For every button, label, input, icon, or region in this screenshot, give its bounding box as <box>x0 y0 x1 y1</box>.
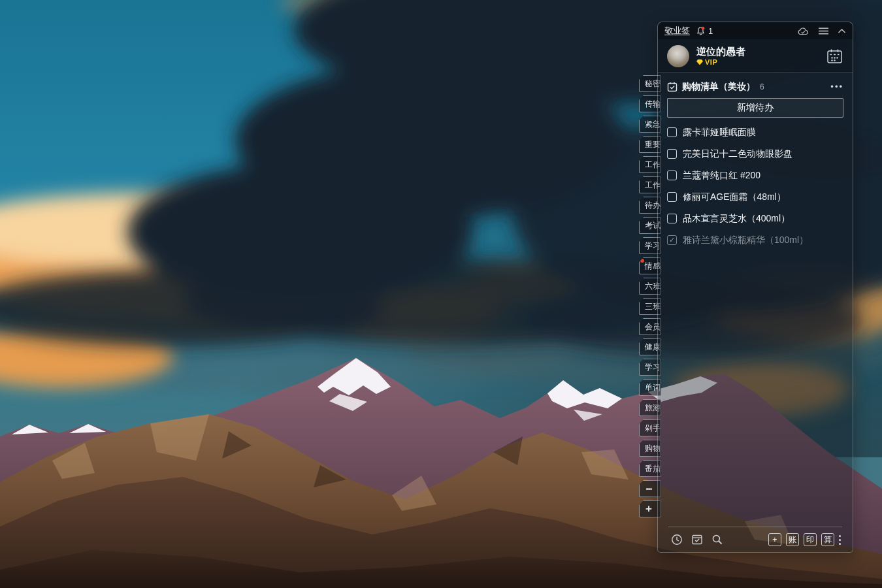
todo-item-3: 兰蔻菁纯口红 #200 <box>667 165 843 186</box>
app-title: 敬业签 <box>664 25 690 37</box>
add-note-button[interactable]: + <box>768 533 781 546</box>
vip-gem-icon <box>696 59 703 65</box>
avatar[interactable] <box>667 45 689 67</box>
collapse-icon[interactable] <box>838 28 846 33</box>
todo-text[interactable]: 品木宣言灵芝水（400ml） <box>683 213 790 225</box>
ledger-button[interactable]: 账 <box>786 533 799 546</box>
todo-checkbox[interactable] <box>667 171 677 180</box>
toolbar-more-icon[interactable] <box>839 534 841 546</box>
time-reminder-icon[interactable] <box>671 534 683 546</box>
menu-icon[interactable] <box>819 27 828 35</box>
search-icon[interactable] <box>711 534 723 546</box>
todo-checkbox[interactable] <box>667 127 677 137</box>
todo-checkbox[interactable] <box>667 214 677 223</box>
print-button[interactable]: 印 <box>804 533 817 546</box>
todo-text[interactable]: 兰蔻菁纯口红 #200 <box>683 170 760 182</box>
add-todo-button[interactable]: 新增待办 <box>667 98 843 118</box>
note-title: 购物清单（美妆） <box>682 81 755 93</box>
todo-item-6: 雅诗兰黛小棕瓶精华（100ml） <box>667 229 843 251</box>
todo-text[interactable]: 雅诗兰黛小棕瓶精华（100ml） <box>683 235 808 246</box>
todo-item-1: 露卡菲娅睡眠面膜 <box>667 122 843 143</box>
note-header: 购物清单（美妆） 6 ••• <box>667 78 843 95</box>
todo-item-2: 完美日记十二色动物眼影盘 <box>667 143 843 165</box>
todo-list: 露卡菲娅睡眠面膜完美日记十二色动物眼影盘兰蔻菁纯口红 #200修丽可AGE面霜（… <box>667 122 843 251</box>
window-titlebar[interactable]: 敬业签 1 <box>658 22 853 39</box>
note-content: 购物清单（美妆） 6 ••• 新增待办 露卡菲娅睡眠面膜完美日记十二色动物眼影盘… <box>658 73 853 552</box>
todo-list-icon <box>667 82 678 92</box>
username: 逆位的愚者 <box>696 46 745 57</box>
cloud-sync-icon[interactable] <box>797 27 809 35</box>
todo-text[interactable]: 修丽可AGE面霜（48ml） <box>683 191 786 203</box>
todo-text[interactable]: 完美日记十二色动物眼影盘 <box>683 148 792 160</box>
todo-item-5: 品木宣言灵芝水（400ml） <box>667 208 843 229</box>
note-count: 6 <box>760 82 764 91</box>
note-widget-window: 敬业签 1 <box>657 22 853 553</box>
todo-checkbox[interactable] <box>667 149 677 159</box>
unread-dot <box>640 259 644 263</box>
todo-checkbox[interactable] <box>667 192 677 202</box>
notification-bell-icon[interactable] <box>696 26 706 36</box>
notification-count: 1 <box>708 26 713 36</box>
calculator-button[interactable]: 算 <box>821 533 834 546</box>
vip-badge: VIP <box>705 58 717 66</box>
todo-checkbox-checked[interactable] <box>667 235 677 245</box>
todo-text[interactable]: 露卡菲娅睡眠面膜 <box>683 127 756 139</box>
user-profile-bar: 逆位的愚者 VIP <box>658 39 853 73</box>
note-more-icon[interactable]: ••• <box>830 84 843 90</box>
calendar-icon[interactable] <box>826 48 843 65</box>
todo-view-icon[interactable] <box>691 534 703 546</box>
bottom-toolbar: +账印算 <box>667 527 843 552</box>
todo-item-4: 修丽可AGE面霜（48ml） <box>667 186 843 208</box>
